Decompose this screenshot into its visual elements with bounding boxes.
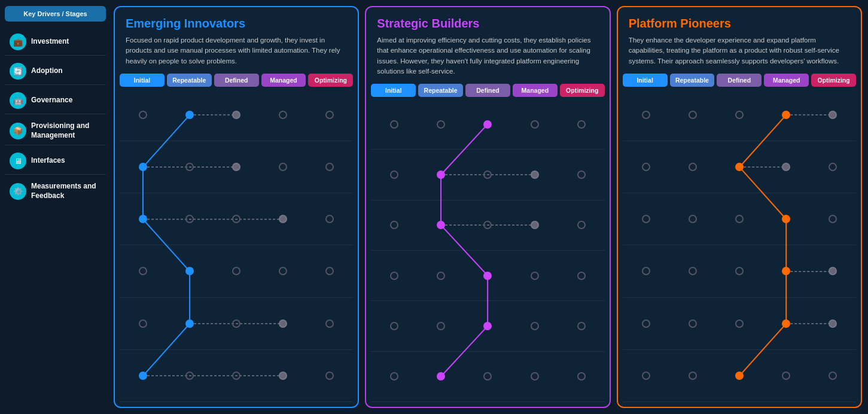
tab-repeatable-platform[interactable]: Repeatable (670, 74, 715, 87)
tab-initial-strategic[interactable]: Initial (371, 84, 416, 97)
dot (437, 120, 445, 129)
dot-cell (716, 372, 763, 380)
dot-cell (763, 163, 809, 171)
dot-cell (306, 372, 353, 380)
sidebar-item-governance[interactable]: 🤖 Governance (5, 87, 106, 114)
dot (782, 267, 790, 275)
dot-cell (716, 111, 763, 119)
dot (782, 111, 790, 119)
tab-repeatable-strategic[interactable]: Repeatable (418, 84, 463, 97)
dot (782, 163, 790, 171)
dot-cell (166, 111, 213, 119)
panel-title-strategic: Strategic Builders (377, 17, 598, 31)
adoption-icon: 🔄 (10, 63, 26, 80)
dot (829, 319, 837, 328)
dot (829, 163, 837, 171)
grid-area-emerging (115, 89, 358, 407)
dot-cell (120, 267, 166, 275)
sidebar-item-investment[interactable]: 💼 Investment (5, 29, 106, 56)
dot-cell (558, 322, 605, 330)
dot-cell (669, 319, 716, 328)
dot-cell (120, 319, 166, 328)
dot (829, 111, 837, 119)
tab-managed-strategic[interactable]: Managed (513, 84, 558, 97)
dot (483, 221, 492, 229)
dot (232, 163, 240, 171)
grid-row-governance-platform (623, 193, 856, 245)
stage-tabs-platform: Initial Repeatable Defined Managed Optim… (618, 74, 861, 87)
dot-cell (558, 171, 605, 179)
dot (232, 111, 240, 119)
tab-optimizing-platform[interactable]: Optimizing (811, 74, 856, 87)
sidebar-label-governance: Governance (31, 96, 72, 105)
sidebar-item-provisioning[interactable]: 📦 Provisioning and Management (5, 117, 106, 145)
tab-managed-platform[interactable]: Managed (764, 74, 809, 87)
tab-optimizing-strategic[interactable]: Optimizing (560, 84, 605, 97)
dot (139, 372, 147, 380)
sidebar-item-measurements[interactable]: ⚙️ Measurements and Feedback (5, 177, 106, 205)
tab-defined-platform[interactable]: Defined (717, 74, 762, 87)
panel-desc-platform: They enhance the developer experience an… (629, 35, 850, 66)
dot (531, 120, 539, 129)
panel-header-platform: Platform Pioneers They enhance the devel… (618, 7, 861, 74)
sidebar-label-interfaces: Interfaces (31, 156, 65, 166)
tab-managed-emerging[interactable]: Managed (261, 74, 306, 87)
dot (279, 215, 287, 223)
sidebar-label-investment: Investment (31, 37, 69, 47)
dot-cell (763, 319, 809, 328)
dot-cell (763, 267, 809, 275)
dot (390, 372, 398, 380)
dot-cell (166, 267, 213, 275)
dot-cell (260, 319, 306, 328)
tab-optimizing-emerging[interactable]: Optimizing (308, 74, 353, 87)
dot (735, 111, 744, 119)
dot (437, 322, 445, 330)
dot-cell (166, 319, 213, 328)
interfaces-icon: 🖥 (10, 153, 26, 169)
sidebar-label-adoption: Adoption (31, 66, 63, 76)
dot-cell (623, 111, 669, 119)
dot-cell (166, 215, 213, 223)
sidebar-label-provisioning: Provisioning and Management (31, 121, 101, 140)
dot-cell (669, 267, 716, 275)
dot (390, 171, 398, 179)
dot-cell (371, 322, 418, 330)
dot (279, 163, 287, 171)
tab-initial-platform[interactable]: Initial (623, 74, 668, 87)
dot-cell (306, 267, 353, 275)
tab-defined-emerging[interactable]: Defined (214, 74, 259, 87)
dot (531, 322, 539, 330)
dot-cell (511, 120, 558, 129)
dot (531, 171, 539, 179)
grid-row-adoption-platform (623, 141, 856, 193)
tab-defined-strategic[interactable]: Defined (465, 84, 510, 97)
dot (782, 215, 790, 223)
dot-cell (213, 163, 260, 171)
sidebar: Key Drivers / Stages 💼 Investment 🔄 Adop… (0, 0, 111, 414)
dot-cell (418, 120, 464, 129)
panel-desc-strategic: Aimed at improving efficiency and cuttin… (377, 35, 598, 77)
tab-repeatable-emerging[interactable]: Repeatable (167, 74, 212, 87)
dot (577, 372, 586, 380)
sidebar-label-measurements: Measurements and Feedback (31, 182, 101, 200)
dot-cell (763, 111, 809, 119)
dot-cell (306, 163, 353, 171)
dot (390, 221, 398, 229)
tab-initial-emerging[interactable]: Initial (120, 74, 165, 87)
dot (325, 319, 334, 328)
dot (185, 215, 194, 223)
dot-cell (464, 322, 511, 330)
sidebar-item-adoption[interactable]: 🔄 Adoption (5, 58, 106, 85)
dot-cell (166, 372, 213, 380)
dot-cell (213, 372, 260, 380)
panel-header-strategic: Strategic Builders Aimed at improving ef… (366, 7, 609, 84)
sidebar-item-interfaces[interactable]: 🖥 Interfaces (5, 148, 106, 175)
panel-desc-emerging: Focused on rapid product development and… (126, 35, 347, 66)
provisioning-icon: 📦 (10, 123, 26, 139)
dot (735, 319, 744, 328)
dot-cell (213, 111, 260, 119)
dot-cell (809, 267, 856, 275)
dot (325, 111, 334, 119)
grid-area-strategic (366, 99, 609, 407)
panel-emerging: Emerging Innovators Focused on rapid pro… (114, 6, 359, 408)
